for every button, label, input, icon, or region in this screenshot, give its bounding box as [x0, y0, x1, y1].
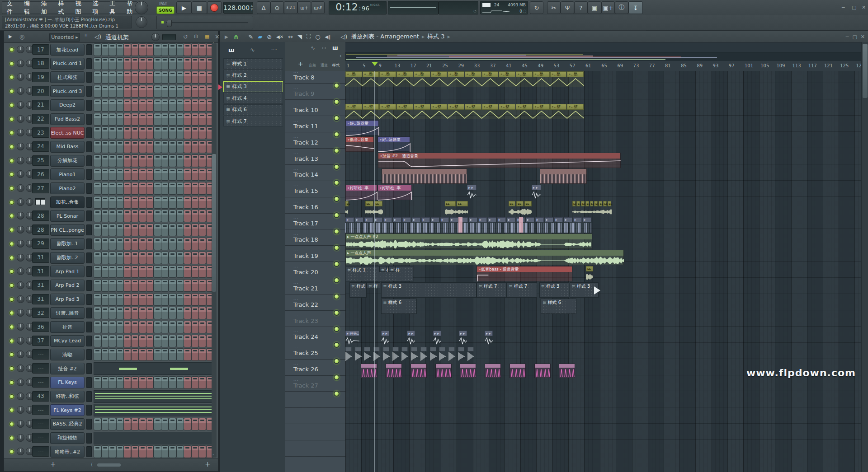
step-button[interactable] — [123, 99, 131, 112]
step-button[interactable] — [123, 335, 131, 347]
track-options-dots[interactable]: ... — [293, 166, 299, 171]
step-button[interactable] — [191, 252, 199, 264]
clip-pattern[interactable]: ≡样 — [367, 282, 381, 288]
step-button[interactable] — [101, 99, 109, 112]
step-button[interactable] — [101, 376, 109, 389]
channel-button[interactable]: FL Keys — [50, 377, 85, 388]
track-name[interactable]: Track 10 — [293, 107, 318, 113]
clip-pattern[interactable]: ≡样式 7 — [507, 282, 537, 298]
step-button[interactable] — [169, 182, 176, 195]
track-name[interactable]: Track 27 — [293, 382, 318, 389]
step-button[interactable] — [139, 238, 146, 250]
graph-editor-icon[interactable]: ılı — [194, 33, 198, 39]
track-name[interactable]: Track 15 — [293, 187, 318, 194]
step-button[interactable] — [184, 445, 191, 458]
channel-button[interactable]: Arp Pad 2 — [50, 280, 85, 291]
channel-group-selector[interactable]: Unsorted▶ — [49, 33, 80, 42]
step-button[interactable] — [191, 307, 199, 319]
step-button[interactable] — [131, 307, 139, 319]
step-button[interactable] — [108, 43, 116, 56]
step-button[interactable] — [101, 182, 109, 195]
channel-target-display[interactable]: --- — [32, 419, 49, 429]
step-button[interactable] — [116, 307, 124, 319]
step-button[interactable] — [169, 279, 176, 292]
step-button[interactable] — [139, 335, 146, 347]
step-button[interactable] — [161, 182, 169, 195]
step-button[interactable] — [116, 376, 124, 389]
step-button[interactable] — [161, 43, 169, 56]
step-button[interactable] — [176, 335, 184, 347]
step-button[interactable] — [139, 265, 146, 278]
step-button[interactable] — [191, 140, 199, 153]
step-button[interactable] — [176, 348, 184, 361]
step-button[interactable] — [139, 182, 146, 195]
channel-mute-led[interactable] — [9, 352, 14, 357]
step-button[interactable] — [198, 418, 206, 430]
track-header[interactable]: ...Track 14 — [285, 168, 345, 184]
step-button[interactable] — [139, 85, 146, 98]
step-button[interactable] — [146, 71, 154, 84]
channel-target-display[interactable]: 37 — [32, 336, 49, 346]
channel-mute-led[interactable] — [9, 449, 14, 454]
step-button[interactable] — [169, 99, 176, 112]
step-button[interactable] — [184, 321, 191, 333]
step-button[interactable] — [176, 126, 184, 139]
step-button[interactable] — [146, 85, 154, 98]
step-button[interactable] — [131, 376, 139, 389]
step-button[interactable] — [198, 210, 206, 222]
channel-mute-led[interactable] — [9, 436, 14, 440]
step-button[interactable] — [169, 224, 176, 236]
step-button[interactable] — [191, 113, 199, 126]
step-button[interactable] — [146, 99, 154, 112]
step-button[interactable] — [146, 348, 154, 361]
channel-target-display[interactable]: 36 — [32, 322, 49, 332]
step-button[interactable] — [154, 85, 161, 98]
slice-tool-icon[interactable]: ◥ — [297, 33, 302, 40]
step-button[interactable] — [108, 307, 116, 319]
step-button[interactable] — [184, 85, 191, 98]
step-button[interactable] — [176, 224, 184, 236]
step-button[interactable] — [198, 140, 206, 153]
step-button[interactable] — [146, 418, 154, 430]
step-button[interactable] — [154, 348, 161, 361]
step-button[interactable] — [123, 210, 131, 222]
step-button[interactable] — [116, 445, 124, 458]
step-button[interactable] — [161, 279, 169, 292]
step-button[interactable] — [101, 335, 109, 347]
track-options-dots[interactable]: ... — [293, 264, 299, 268]
channel-mute-led[interactable] — [9, 117, 14, 122]
track-name[interactable]: Track 18 — [293, 236, 318, 243]
step-button[interactable] — [94, 376, 101, 389]
step-button[interactable] — [176, 71, 184, 84]
main-volume-knob[interactable] — [135, 1, 148, 14]
save-button[interactable]: ▣ — [588, 1, 601, 14]
channel-pan-knob[interactable] — [17, 350, 24, 358]
add-channel-button[interactable]: + — [50, 460, 56, 468]
step-button[interactable] — [116, 321, 124, 333]
clip-crash[interactable] — [448, 347, 456, 362]
step-button[interactable] — [94, 418, 101, 430]
step-button[interactable] — [108, 210, 116, 222]
step-button[interactable] — [146, 252, 154, 264]
step-button[interactable] — [139, 279, 146, 292]
step-button[interactable] — [94, 445, 101, 458]
track-header[interactable]: ...Track 11 — [285, 120, 345, 136]
step-button[interactable] — [146, 335, 154, 347]
channel-mute-led[interactable] — [9, 325, 14, 329]
channel-pan-knob[interactable] — [17, 157, 24, 164]
step-button[interactable] — [169, 376, 176, 389]
channel-pan-knob[interactable] — [17, 60, 24, 67]
clip-pattern-notes[interactable] — [382, 168, 467, 184]
step-button[interactable] — [146, 210, 154, 222]
step-button[interactable] — [191, 57, 199, 70]
track-options-dots[interactable]: ... — [293, 215, 299, 220]
step-button[interactable] — [146, 168, 154, 181]
step-button[interactable] — [94, 71, 101, 84]
clip-crash[interactable] — [420, 347, 428, 362]
step-button[interactable] — [139, 168, 146, 181]
step-button[interactable] — [123, 376, 131, 389]
step-button[interactable] — [146, 154, 154, 167]
step-button[interactable] — [123, 321, 131, 333]
channel-target-display[interactable]: 22 — [32, 114, 49, 124]
step-button[interactable] — [123, 445, 131, 458]
